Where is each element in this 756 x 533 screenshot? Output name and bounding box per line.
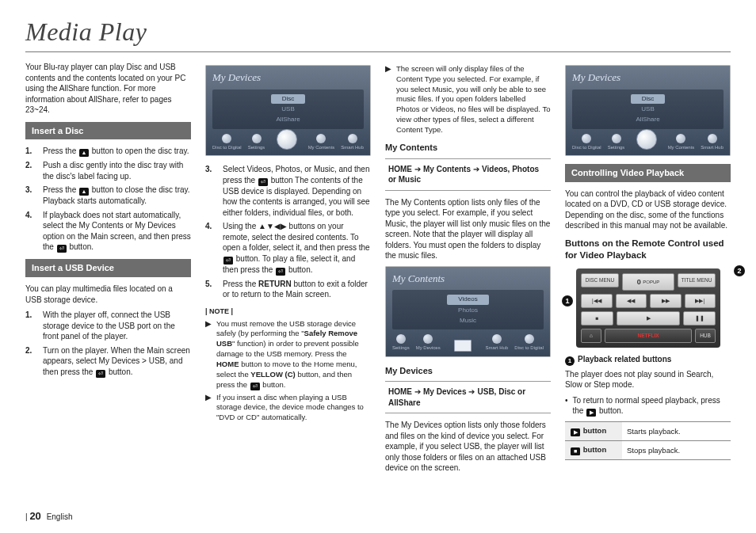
heading-insert-disc: Insert a Disc	[25, 122, 191, 140]
note-item: ▶If you insert a disc when playing a USB…	[205, 393, 371, 423]
remote-0-button[interactable]: 0 POPUP	[622, 273, 674, 291]
column-1: Your Blu-ray player can play Disc and US…	[25, 62, 191, 478]
remote-netflix-button[interactable]: NETFLIX	[605, 329, 692, 343]
step-text: Push a disc gently into the disc tray wi…	[43, 160, 191, 181]
step-text: Press the ▲ button to close the disc tra…	[43, 185, 191, 207]
scr-pane: Disc USB AllShare	[212, 89, 364, 129]
scr-item: Photos	[392, 306, 544, 316]
path-my-contents: HOME➔My Contents➔Videos, Photos or Music	[385, 158, 551, 191]
disc-icon	[636, 129, 657, 150]
enter-icon: ⏎	[250, 383, 260, 390]
step-text: If playback does not start automatically…	[43, 210, 191, 253]
note-item: ▶The screen will only display files of t…	[385, 64, 551, 135]
scr-title: My Devices	[212, 70, 364, 85]
scr-item: Music	[392, 316, 544, 326]
step-text: Press the ▲ button to open the disc tray…	[43, 146, 191, 157]
heading-controlling: Controlling Video Playback	[565, 164, 731, 182]
page-footer: | 20 English	[25, 510, 72, 522]
dock-icon	[252, 134, 262, 143]
scr-pane: Videos Photos Music	[392, 290, 544, 329]
remote-next-button[interactable]: ▶▶|	[685, 294, 716, 308]
dock-icon	[708, 134, 717, 143]
screenshot-my-contents: My Contents Videos Photos Music Settings…	[385, 266, 551, 357]
play-icon: ▶	[586, 409, 596, 417]
dock-icon	[492, 334, 502, 344]
page-number: 20	[29, 510, 40, 522]
controlling-sub: Buttons on the Remote Control used for V…	[565, 238, 731, 262]
callout-1-icon: 1	[562, 295, 573, 306]
columns: Your Blu-ray player can play Disc and US…	[25, 62, 731, 478]
enter-icon: ⏎	[276, 268, 285, 276]
scr-pane: Disc USB AllShare	[572, 89, 724, 129]
path-my-devices: HOME➔My Devices➔USB, Disc or AllShare	[385, 381, 551, 413]
screenshot-my-devices-2: My Devices Disc USB AllShare Disc to Dig…	[565, 65, 731, 156]
my-devices-para: The My Devices option lists only those f…	[385, 420, 551, 474]
scr-dock: Disc to Digital Settings My Contents Sma…	[572, 134, 724, 150]
play-icon: ▶	[571, 428, 580, 436]
col2-steps: 3.Select Videos, Photos, or Music, and t…	[205, 164, 371, 300]
remote-title-menu-button[interactable]: TITLE MENU	[678, 273, 716, 287]
remote-prev-button[interactable]: |◀◀	[581, 294, 613, 308]
screenshot-my-devices: My Devices Disc USB AllShare Disc to Dig…	[205, 65, 371, 156]
dock-icon	[582, 134, 591, 143]
dock-icon	[222, 134, 231, 143]
stop-icon: ■	[571, 447, 580, 455]
bullet-item: •To return to normal speed playback, pre…	[565, 395, 731, 417]
arrow-icon: ➔	[414, 164, 421, 175]
thumbnail-icon	[454, 340, 472, 352]
remote-home-button[interactable]: ⌂	[581, 329, 601, 343]
callout-number-icon: 1	[565, 356, 575, 366]
scr-item: USB	[572, 105, 724, 115]
scr-item: USB	[212, 105, 364, 115]
usb-intro: You can play multimedia files located on…	[25, 284, 191, 305]
remote-hub-button[interactable]: HUB	[695, 329, 716, 343]
intro-paragraph: Your Blu-ray player can play Disc and US…	[25, 62, 191, 116]
enter-icon: ⏎	[57, 245, 67, 253]
playback-para: The player does not play sound in Search…	[565, 369, 731, 390]
dock-icon	[676, 134, 685, 143]
dock-icon	[525, 334, 534, 344]
enter-icon: ⏎	[258, 178, 268, 186]
heading-insert-usb: Insert a USB Device	[25, 259, 191, 277]
step-text: Press the RETURN button to exit a folder…	[223, 279, 371, 300]
enter-icon: ⏎	[223, 257, 233, 265]
dock-icon	[612, 134, 621, 143]
arrow-icon: ➔	[473, 164, 479, 175]
remote-rew-button[interactable]: ◀◀	[616, 294, 647, 308]
note-label: | NOTE |	[205, 306, 371, 316]
title-divider	[25, 51, 731, 52]
scr-item: AllShare	[572, 115, 724, 125]
remote-figure: 1 2 DISC MENU 0 POPUP TITLE MENU |◀◀ ◀◀ …	[576, 268, 731, 348]
scr-title: My Contents	[392, 272, 544, 286]
scr-item: Disc	[631, 94, 666, 105]
dock-icon	[348, 134, 357, 143]
triangle-icon: ▶	[205, 393, 212, 423]
remote-pause-button[interactable]: ❚❚	[683, 311, 716, 326]
disc-icon	[277, 129, 297, 150]
remote-play-button[interactable]: ▶	[617, 311, 680, 326]
arrow-icon: ➔	[414, 386, 421, 398]
column-2: My Devices Disc USB AllShare Disc to Dig…	[205, 62, 371, 478]
dock-icon	[396, 334, 406, 344]
scr-item: Videos	[447, 295, 488, 305]
remote-disc-menu-button[interactable]: DISC MENU	[581, 273, 619, 287]
note-item: ▶You must remove the USB storage device …	[205, 319, 371, 390]
my-contents-para: The My Contents option lists only files …	[385, 197, 551, 261]
insert-disc-steps: 1.Press the ▲ button to open the disc tr…	[25, 146, 191, 253]
scr-item: Disc	[271, 94, 306, 105]
controlling-intro: You can control the playback of video co…	[565, 188, 731, 231]
step-text: Select Videos, Photos, or Music, and the…	[223, 164, 371, 218]
insert-usb-steps: 1.With the player off, connect the USB s…	[25, 310, 191, 378]
dock-icon	[316, 134, 326, 143]
callout-2-icon: 2	[734, 265, 745, 276]
page-title: Media Play	[25, 17, 731, 47]
manual-page: Media Play Your Blu-ray player can play …	[0, 0, 756, 533]
column-3: ▶The screen will only display files of t…	[385, 62, 551, 478]
remote-stop-button[interactable]: ■	[581, 311, 613, 326]
step-text: Using the ▲▼◀▶ buttons on your remote, s…	[223, 221, 371, 276]
remote-ff-button[interactable]: ▶▶	[650, 294, 682, 308]
table-row: ■ buttonStops playback.	[565, 441, 731, 460]
triangle-icon: ▶	[205, 319, 212, 390]
dock-icon	[423, 334, 433, 344]
remote-body: DISC MENU 0 POPUP TITLE MENU |◀◀ ◀◀ ▶▶ ▶…	[576, 268, 720, 348]
